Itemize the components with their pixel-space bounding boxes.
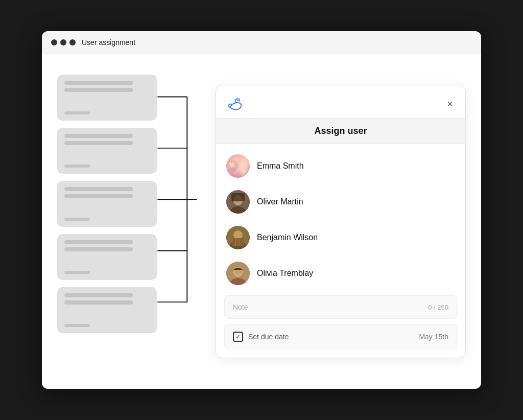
modal-title: Assign user <box>216 118 465 144</box>
user-name-emma: Emma Smith <box>257 161 304 171</box>
svg-point-14 <box>233 162 235 164</box>
note-placeholder: Note <box>233 303 248 311</box>
due-date-row[interactable]: ✓ Set due date May 15th <box>224 324 457 349</box>
due-date-checkbox[interactable]: ✓ <box>233 332 243 342</box>
due-date-value: May 15th <box>419 333 448 341</box>
logo-icon <box>226 95 245 113</box>
avatar-benjamin <box>226 226 250 249</box>
modal-logo <box>226 95 245 113</box>
card-line <box>64 194 133 198</box>
titlebar: User assignment <box>42 31 481 54</box>
user-name-olivia: Olivia Tremblay <box>257 269 313 278</box>
task-card[interactable] <box>57 75 157 121</box>
avatar-image-oliver <box>226 190 250 214</box>
note-count: 0 / 250 <box>428 304 448 311</box>
window-title: User assignment <box>82 38 135 46</box>
avatar-image-emma <box>226 154 238 178</box>
task-card[interactable] <box>57 128 157 174</box>
user-name-benjamin: Benjamin Wilson <box>257 233 318 242</box>
card-line <box>64 111 90 114</box>
checkmark-icon: ✓ <box>235 334 241 340</box>
user-item-olivia[interactable]: Olivia Tremblay <box>216 255 465 291</box>
traffic-light-maximize[interactable] <box>69 39 76 45</box>
card-line <box>64 300 133 305</box>
user-name-oliver: Oliver Martin <box>257 197 303 206</box>
traffic-light-minimize[interactable] <box>60 39 66 45</box>
note-field[interactable]: Note 0 / 250 <box>224 295 457 319</box>
card-line <box>64 134 133 138</box>
svg-point-11 <box>228 168 236 174</box>
card-line <box>64 218 90 221</box>
app-window: User assignment <box>42 31 481 389</box>
card-line <box>64 187 133 191</box>
card-line <box>64 324 90 327</box>
modal-container: × Assign user <box>187 75 466 361</box>
task-card[interactable] <box>57 234 157 280</box>
tasks-panel <box>57 75 187 361</box>
user-item-benjamin[interactable]: Benjamin Wilson <box>216 220 465 255</box>
assign-user-modal: × Assign user <box>216 85 466 358</box>
svg-point-7 <box>237 100 239 101</box>
svg-point-13 <box>229 162 231 165</box>
card-line <box>64 88 133 92</box>
card-line <box>64 247 133 251</box>
modal-header: × <box>216 85 465 118</box>
close-button[interactable]: × <box>445 97 455 111</box>
user-item-oliver[interactable]: Oliver Martin <box>216 184 465 220</box>
user-item-emma[interactable]: Emma Smith <box>216 148 465 184</box>
task-card[interactable] <box>57 181 157 227</box>
avatar-oliver <box>226 190 250 214</box>
card-line <box>64 240 133 244</box>
content-area: × Assign user <box>42 54 481 381</box>
avatar-olivia <box>226 262 250 285</box>
avatar-image-benjamin <box>226 226 250 249</box>
card-line <box>64 141 133 145</box>
due-date-label: Set due date <box>248 333 289 341</box>
due-date-left: ✓ Set due date <box>233 332 289 342</box>
card-line <box>64 271 90 274</box>
task-card[interactable] <box>57 287 157 333</box>
card-line <box>64 293 133 297</box>
svg-rect-20 <box>231 193 245 201</box>
card-line <box>64 81 133 85</box>
task-list <box>57 75 157 333</box>
card-line <box>64 165 90 168</box>
svg-rect-25 <box>232 238 244 246</box>
traffic-light-close[interactable] <box>51 39 57 45</box>
avatar-image-olivia <box>226 262 250 285</box>
user-list: Emma Smith <box>216 144 465 295</box>
avatar-emma <box>226 154 250 178</box>
traffic-lights <box>51 39 76 45</box>
